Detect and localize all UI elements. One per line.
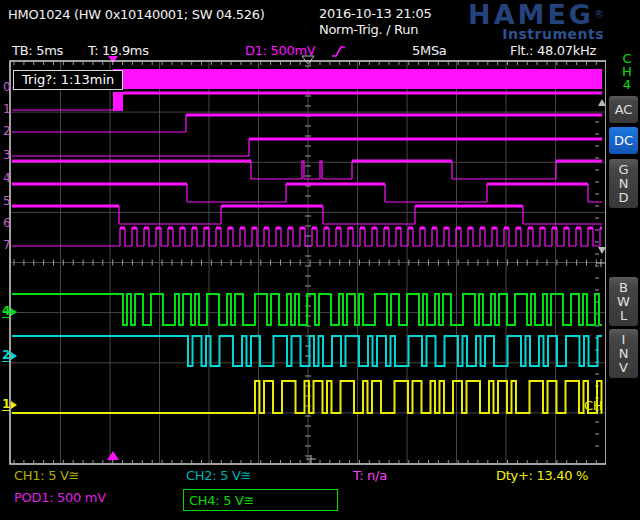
duty-cycle-readout: Dty+: 13.40 % <box>496 468 588 483</box>
ch1-scale-readout: CH1: 5 V≅ <box>14 468 79 483</box>
ch4-selected-badge: CH4: 5 V≅ <box>183 489 338 511</box>
analog-channel-4-trace <box>12 294 602 325</box>
digital-channel-label-1: 1 <box>3 102 11 116</box>
digital-channel-label-3: 3 <box>3 148 11 162</box>
digital-channel-label-6: 6 <box>3 216 11 230</box>
sidebar-channel-label: CH4 <box>620 52 634 91</box>
digital-channel-7-trace <box>12 228 600 246</box>
digital-0-burst <box>113 69 602 89</box>
analog-channel-2-trace <box>12 336 602 366</box>
analog-channel-label-1: 1 <box>2 399 17 411</box>
analog-channel-label-4: 4 <box>2 306 17 318</box>
digital-channel-3-trace <box>12 139 249 156</box>
softkey-sidebar: CH4 ACDCGNDBWLINV <box>606 0 640 520</box>
trigger-time-marker-bottom-icon[interactable] <box>107 451 119 460</box>
digital-channel-label-5: 5 <box>3 194 11 208</box>
sidebar-button-dc[interactable]: DC <box>609 127 638 154</box>
digital-channel-label-7: 7 <box>3 238 11 252</box>
digital-channel-label-4: 4 <box>3 171 11 185</box>
channel-popup-label: CH <box>584 398 602 413</box>
ground-marker-icon <box>11 308 17 316</box>
sidebar-button-bwl[interactable]: BWL <box>609 277 638 326</box>
trigger-warning-badge: Trig?: 1:13min <box>13 70 123 90</box>
ch2-scale-readout: CH2: 5 V≅ <box>186 468 251 483</box>
digital-channel-label-0: 0 <box>3 80 11 94</box>
pod1-scale-readout: POD1: 500 mV <box>14 490 106 505</box>
digital-channel-6-trace <box>119 206 602 224</box>
digital-channel-label-2: 2 <box>3 124 11 138</box>
scroll-down-icon <box>598 247 606 254</box>
oscilloscope-screen: HMO1024 (HW 0x10140001; SW 04.526) 2016-… <box>0 0 640 520</box>
digital-channel-4-trace <box>251 161 556 179</box>
digital-channel-5-trace <box>187 184 602 202</box>
sidebar-button-inv[interactable]: INV <box>609 329 638 378</box>
trigger-measure-readout: T: n/a <box>353 468 387 483</box>
ch4-scale-readout: CH4: 5 V≅ <box>189 493 254 508</box>
scroll-up-icon <box>598 99 606 106</box>
digital-1-burst <box>113 92 123 111</box>
analog-channel-label-2: 2 <box>2 350 17 362</box>
ground-marker-icon <box>11 352 17 360</box>
sidebar-button-gnd[interactable]: GND <box>609 159 638 208</box>
sidebar-button-ac[interactable]: AC <box>609 96 638 123</box>
ground-marker-icon <box>11 401 17 409</box>
